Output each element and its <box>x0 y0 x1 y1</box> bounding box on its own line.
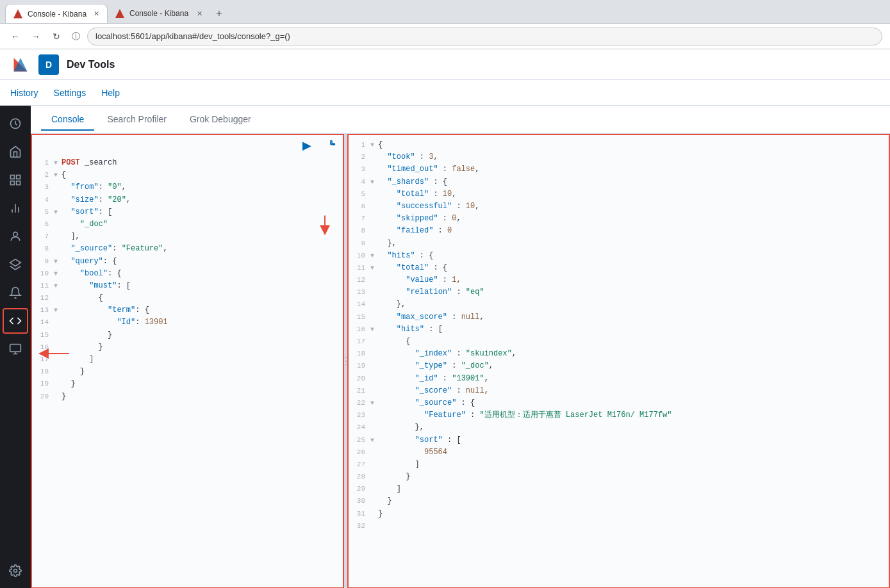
output-line-25: 25 ▼ "sort" : [ <box>347 434 890 446</box>
output-line-7: 7 "skipped" : 0, <box>347 213 890 225</box>
output-line-11: 11 ▼ "total" : { <box>347 262 890 274</box>
app-container: D Dev Tools History Settings Help <box>0 49 890 588</box>
output-line-14: 14 }, <box>347 298 890 311</box>
output-line-1: 1 ▼ { <box>347 139 890 151</box>
sidebar-item-dashboard[interactable] <box>3 167 28 193</box>
output-code-area[interactable]: 1 ▼ { 2 "took" : 3, 3 "timed <box>347 134 890 588</box>
output-line-21: 21 "_score" : null, <box>347 385 890 397</box>
editor-panel: ▶ 1 ▼ POST _search 2 <box>31 134 345 588</box>
sidebar-item-recent[interactable] <box>3 111 28 136</box>
tab-console[interactable]: Console <box>41 109 94 131</box>
tab-label-2: Console - Kibana <box>129 9 188 18</box>
browser-tab-1[interactable]: Console - Kibana ✕ <box>5 4 108 23</box>
tab-close-2[interactable]: ✕ <box>197 10 202 18</box>
app-header: D Dev Tools <box>0 49 890 80</box>
tab-favicon-2 <box>115 9 124 18</box>
output-line-27: 27 ] <box>347 459 890 471</box>
sidebar-item-alerts[interactable] <box>3 280 28 306</box>
editor-line-12: 12 { <box>31 292 344 304</box>
output-line-24: 24 }, <box>347 421 890 434</box>
app-icon-button[interactable]: D <box>38 54 59 75</box>
editor-line-16: 16 } <box>31 341 344 354</box>
editor-line-9: 9 ▼ "query": { <box>31 256 344 268</box>
new-tab-button[interactable]: + <box>210 4 228 22</box>
tab-search-profiler[interactable]: Search Profiler <box>97 109 177 131</box>
app-nav: History Settings Help <box>0 80 890 106</box>
editor-line-11: 11 ▼ "must": [ <box>31 280 344 292</box>
svg-rect-5 <box>17 181 21 185</box>
svg-rect-3 <box>11 176 15 179</box>
output-line-30: 30 } <box>347 495 890 507</box>
output-line-6: 6 "successful" : 10, <box>347 200 890 213</box>
sidebar-item-monitoring[interactable] <box>3 336 28 362</box>
output-line-19: 19 "_type" : "_doc", <box>347 360 890 372</box>
tab-grok-debugger[interactable]: Grok Debugger <box>179 109 261 131</box>
settings-button[interactable] <box>321 136 339 154</box>
svg-point-10 <box>13 232 18 236</box>
content-area: Console Search Profiler Grok Debugger ▶ <box>31 106 890 588</box>
output-line-26: 26 95564 <box>347 446 890 459</box>
editor-line-8: 8 "_source": "Feature", <box>31 243 344 255</box>
editor-layout: ▶ 1 ▼ POST _search 2 <box>31 134 890 588</box>
nav-help[interactable]: Help <box>101 88 120 98</box>
output-line-5: 5 "total" : 10, <box>347 188 890 200</box>
output-line-16: 16 ▼ "hits" : [ <box>347 323 890 336</box>
sidebar-item-settings[interactable] <box>3 558 28 584</box>
output-line-8: 8 "failed" : 0 <box>347 225 890 237</box>
sidebar-item-visualize[interactable] <box>3 195 28 221</box>
editor-line-14: 14 "Id": 13901 <box>31 316 344 329</box>
tab-favicon-1 <box>13 10 22 19</box>
refresh-button[interactable]: ↻ <box>49 29 64 44</box>
editor-code-area[interactable]: 1 ▼ POST _search 2 ▼ { 3 "from": <box>31 157 344 588</box>
editor-line-20: 20 } <box>31 391 344 403</box>
editor-line-15: 15 } <box>31 329 344 341</box>
nav-history[interactable]: History <box>10 88 38 98</box>
editor-line-18: 18 } <box>31 366 344 378</box>
run-button[interactable]: ▶ <box>298 136 316 154</box>
tab-close-1[interactable]: ✕ <box>94 10 99 18</box>
svg-rect-6 <box>11 181 15 185</box>
output-line-2: 2 "took" : 3, <box>347 151 890 163</box>
editor-line-10: 10 ▼ "bool": { <box>31 268 344 280</box>
nav-settings[interactable]: Settings <box>54 88 87 98</box>
output-line-12: 12 "value" : 1, <box>347 274 890 286</box>
forward-button[interactable]: → <box>28 29 44 44</box>
editor-line-17: 17 ] <box>31 354 344 366</box>
editor-line-1: 1 ▼ POST _search <box>31 157 344 169</box>
back-button[interactable]: ← <box>8 29 23 44</box>
output-line-10: 10 ▼ "hits" : { <box>347 250 890 262</box>
sidebar-item-discover[interactable] <box>3 224 28 249</box>
editor-line-13: 13 ▼ "term": { <box>31 304 344 316</box>
editor-toolbar: ▶ <box>31 134 344 157</box>
svg-point-16 <box>331 143 332 145</box>
sidebar-item-home[interactable] <box>3 139 28 165</box>
output-line-18: 18 "_index" : "skuindex", <box>347 348 890 360</box>
output-line-20: 20 "_id" : "13901", <box>347 373 890 385</box>
output-line-22: 22 ▼ "_source" : { <box>347 397 890 409</box>
editor-line-6: 6 "_doc" <box>31 218 344 231</box>
output-line-29: 29 ] <box>347 483 890 495</box>
output-line-9: 9 }, <box>347 238 890 250</box>
app-title: Dev Tools <box>67 59 115 70</box>
editor-line-7: 7 ], <box>31 231 344 243</box>
browser-chrome: Console - Kibana ✕ Console - Kibana ✕ + … <box>0 0 890 49</box>
output-panel: 1 ▼ { 2 "took" : 3, 3 "timed <box>347 134 890 588</box>
browser-tabs: Console - Kibana ✕ Console - Kibana ✕ + <box>0 0 890 23</box>
sidebar-item-devtools[interactable] <box>3 308 28 334</box>
svg-rect-4 <box>17 176 21 179</box>
info-icon: ⓘ <box>69 30 82 43</box>
output-line-4: 4 ▼ "_shards" : { <box>347 176 890 188</box>
sidebar-item-stack[interactable] <box>3 252 28 277</box>
output-line-3: 3 "timed_out" : false, <box>347 163 890 176</box>
url-bar[interactable] <box>87 28 882 45</box>
tab-label-1: Console - Kibana <box>28 10 87 19</box>
browser-tab-2[interactable]: Console - Kibana ✕ <box>108 4 210 23</box>
svg-rect-12 <box>10 345 21 352</box>
svg-point-15 <box>14 569 17 573</box>
output-line-32: 32 <box>347 520 890 532</box>
output-line-23: 23 "Feature" : "适用机型：适用于惠普 LaserJet M176… <box>347 409 890 421</box>
main-layout: Console Search Profiler Grok Debugger ▶ <box>0 106 890 588</box>
editor-line-3: 3 "from": "0", <box>31 181 344 193</box>
svg-marker-11 <box>10 259 21 266</box>
editor-line-5: 5 ▼ "sort": [ <box>31 206 344 218</box>
